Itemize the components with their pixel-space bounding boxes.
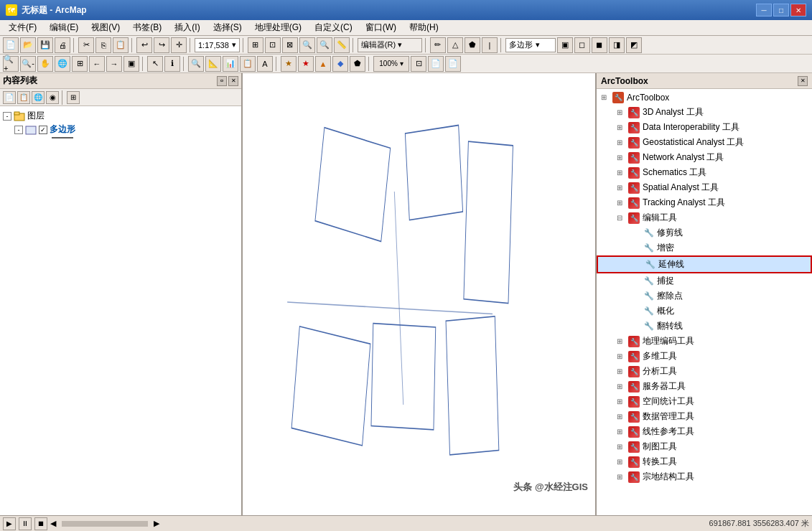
- menu-select[interactable]: 选择(S): [207, 20, 248, 35]
- symbol-btn4[interactable]: ◆: [332, 56, 348, 72]
- tool-trim[interactable]: ⊞ 🔧 修剪线: [597, 225, 812, 240]
- maximize-button[interactable]: □: [773, 4, 789, 17]
- close-button[interactable]: ✕: [790, 4, 806, 17]
- toolbox-editing[interactable]: ⊟ 🔧 编辑工具: [597, 210, 812, 225]
- open-button[interactable]: 📂: [20, 37, 36, 53]
- zoom-layer[interactable]: ⊡: [265, 37, 281, 53]
- symbol-btn3[interactable]: ▲: [315, 56, 331, 72]
- symbol-btn1[interactable]: ★: [281, 56, 297, 72]
- globe-btn[interactable]: 🌐: [55, 56, 70, 72]
- measure-btn[interactable]: 📏: [334, 37, 350, 53]
- shape-btn3[interactable]: ◼: [592, 37, 607, 53]
- status-btn1[interactable]: ▶: [3, 517, 16, 530]
- tool-snap[interactable]: ⊞ 🔧 捕捉: [597, 273, 812, 288]
- menu-edit[interactable]: 编辑(E): [44, 20, 84, 35]
- locate-button[interactable]: ✛: [171, 37, 187, 53]
- toolbox-spatial[interactable]: ⊞ 🔧 Spatial Analyst 工具: [597, 180, 812, 195]
- layer-checkbox[interactable]: ✓: [39, 126, 47, 134]
- toolbox-geocode[interactable]: ⊞ 🔧 地理编码工具: [597, 334, 812, 349]
- table-btn[interactable]: 📋: [240, 56, 256, 72]
- print-button[interactable]: 🖨: [55, 37, 70, 53]
- expand-layers[interactable]: -: [3, 112, 11, 121]
- redo-button[interactable]: ↪: [154, 37, 169, 53]
- graph-btn[interactable]: 📊: [223, 56, 238, 72]
- shape-btn5[interactable]: ◩: [626, 37, 642, 53]
- toolbox-analysis[interactable]: ⊞ 🔧 分析工具: [597, 364, 812, 379]
- arctoolbox-close-button[interactable]: ✕: [798, 76, 808, 86]
- new-button[interactable]: 📄: [3, 37, 19, 53]
- map-area[interactable]: 头条 @水经注GIS: [243, 73, 595, 515]
- copy-button[interactable]: ⎘: [95, 37, 111, 53]
- menu-view[interactable]: 视图(V): [85, 20, 126, 35]
- symbol-btn5[interactable]: ⬟: [350, 56, 365, 72]
- symbol-btn2[interactable]: ★: [298, 56, 314, 72]
- zoom-out-btn[interactable]: 🔍-: [20, 56, 36, 72]
- zoom-full[interactable]: ⊞: [248, 37, 263, 53]
- status-btn3[interactable]: ⏹: [34, 517, 47, 530]
- menu-file[interactable]: 文件(F): [3, 20, 42, 35]
- layers-btn3[interactable]: 🌐: [32, 91, 45, 104]
- layers-btn4[interactable]: ◉: [46, 91, 59, 104]
- sketch-btn[interactable]: ✏: [430, 37, 446, 53]
- toolbox-parcel[interactable]: ⊞ 🔧 宗地结构工具: [597, 469, 812, 484]
- toolbox-linearref[interactable]: ⊞ 🔧 线性参考工具: [597, 424, 812, 439]
- toolbox-3d[interactable]: ⊞ 🔧 3D Analyst 工具: [597, 105, 812, 120]
- tool-generalize[interactable]: ⊞ 🔧 概化: [597, 304, 812, 319]
- label-btn[interactable]: A: [257, 56, 273, 72]
- toolbox-datamgmt[interactable]: ⊞ 🔧 数据管理工具: [597, 409, 812, 424]
- undo-button[interactable]: ↩: [136, 37, 152, 53]
- tool-densify[interactable]: ⊞ 🔧 增密: [597, 240, 812, 255]
- zoom-pct[interactable]: 100% ▾: [373, 56, 409, 72]
- search-btn[interactable]: 🔍: [317, 37, 332, 53]
- toolbox-schema[interactable]: ⊞ 🔧 Schematics 工具: [597, 165, 812, 180]
- toolbox-convert[interactable]: ⊞ 🔧 转换工具: [597, 454, 812, 469]
- tree-item-layers[interactable]: - 图层: [3, 109, 238, 123]
- toolbox-geo[interactable]: ⊞ 🔧 Geostatistical Analyst 工具: [597, 135, 812, 150]
- tool-erase[interactable]: ⊞ 🔧 擦除点: [597, 288, 812, 304]
- cut-button[interactable]: ✂: [78, 37, 94, 53]
- page-btn2[interactable]: 📄: [445, 56, 461, 72]
- menu-insert[interactable]: 插入(I): [169, 20, 205, 35]
- arrow-btn[interactable]: ←: [89, 56, 105, 72]
- toolbox-multidim[interactable]: ⊞ 🔧 多维工具: [597, 349, 812, 364]
- toolbox-network[interactable]: ⊞ 🔧 Network Analyst 工具: [597, 150, 812, 165]
- identify-btn[interactable]: 🔍: [299, 37, 315, 53]
- tree-item-polygon-group[interactable]: - ✓ 多边形: [3, 123, 238, 136]
- vertex-btn[interactable]: △: [447, 37, 463, 53]
- zoom-full2[interactable]: ⊡: [411, 56, 426, 72]
- shape-btn4[interactable]: ◨: [609, 37, 625, 53]
- find-btn[interactable]: 🔍: [188, 56, 204, 72]
- toolbox-root[interactable]: ⊞ 🔧 ArcToolbox: [597, 90, 812, 105]
- layers-btn5[interactable]: ⊞: [67, 91, 80, 104]
- save-button[interactable]: 💾: [37, 37, 53, 53]
- tool-flip[interactable]: ⊞ 🔧 翻转线: [597, 319, 812, 334]
- paste-button[interactable]: 📋: [113, 37, 129, 53]
- menu-customize[interactable]: 自定义(C): [309, 20, 358, 35]
- tool-extend[interactable]: ⊞ 🔧 延伸线: [597, 255, 812, 273]
- toolbox-tracking[interactable]: ⊞ 🔧 Tracking Analyst 工具: [597, 195, 812, 210]
- split-btn[interactable]: |: [482, 37, 498, 53]
- shape-btn2[interactable]: ◻: [574, 37, 590, 53]
- scale-dropdown[interactable]: 1:17,538 ▾: [195, 38, 240, 52]
- menu-window[interactable]: 窗口(W): [360, 20, 402, 35]
- measure-btn2[interactable]: 📐: [205, 56, 221, 72]
- menu-help[interactable]: 帮助(H): [403, 20, 444, 35]
- shape-btn1[interactable]: ▣: [557, 37, 573, 53]
- toolbox-server[interactable]: ⊞ 🔧 服务器工具: [597, 379, 812, 394]
- zoom-in-btn[interactable]: 🔍+: [3, 56, 19, 72]
- toolbox-spatialstat[interactable]: ⊞ 🔧 空间统计工具: [597, 394, 812, 409]
- page-btn[interactable]: 📄: [428, 56, 444, 72]
- toolbox-interop[interactable]: ⊞ 🔧 Data Interoperability 工具: [597, 120, 812, 135]
- toolbox-cartography[interactable]: ⊞ 🔧 制图工具: [597, 439, 812, 454]
- minimize-button[interactable]: ─: [756, 4, 772, 17]
- fwd-btn[interactable]: →: [106, 56, 122, 72]
- left-panel-pin-button[interactable]: ¤: [217, 76, 227, 86]
- pan-btn[interactable]: ✋: [37, 56, 53, 72]
- expand-polygon[interactable]: -: [14, 126, 23, 134]
- reshape-btn[interactable]: ⬟: [465, 37, 480, 53]
- menu-geoprocessing[interactable]: 地理处理(G): [249, 20, 307, 35]
- shape-dropdown[interactable]: 多边形 ▾: [505, 38, 556, 52]
- layers-btn2[interactable]: 📋: [17, 91, 30, 104]
- info-btn[interactable]: ℹ: [164, 56, 180, 72]
- editor-dropdown[interactable]: 编辑器(R) ▾: [358, 38, 422, 52]
